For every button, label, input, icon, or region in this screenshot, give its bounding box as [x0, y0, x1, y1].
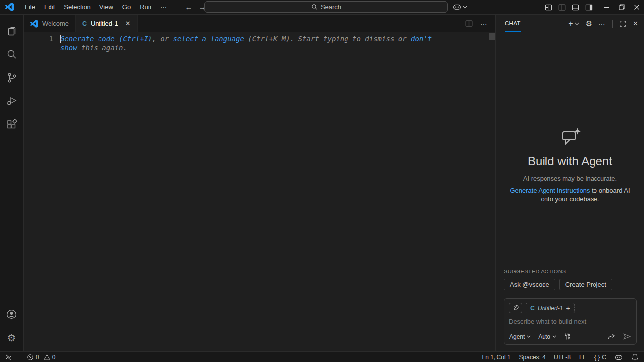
- chevron-down-icon: [527, 335, 531, 338]
- workbench: ⚙ Welcome C Untitled-1 ✕: [0, 15, 644, 351]
- chat-more-icon[interactable]: ⋯: [598, 20, 606, 28]
- add-context-icon[interactable]: +: [566, 304, 570, 312]
- editor-actions: ⋯: [457, 15, 495, 32]
- plus-icon: +: [568, 20, 573, 28]
- configure-tools-icon[interactable]: [564, 333, 571, 340]
- copilot-menu-button[interactable]: [453, 1, 467, 13]
- account-icon[interactable]: [0, 303, 24, 326]
- chat-onboard-text: Generate Agent Instructions to onboard A…: [505, 186, 635, 203]
- menu-more-button[interactable]: ⋯: [156, 0, 171, 14]
- tab-untitled-1[interactable]: C Untitled-1 ✕: [76, 15, 138, 32]
- more-actions-icon[interactable]: ⋯: [480, 20, 488, 28]
- cursor-position[interactable]: Ln 1, Col 1: [482, 354, 511, 361]
- voice-forward-icon[interactable]: [607, 333, 616, 340]
- activity-bar-bottom: ⚙: [0, 303, 24, 351]
- menu-item-go[interactable]: Go: [118, 0, 135, 14]
- attach-context-button[interactable]: [509, 303, 522, 313]
- editor-pane[interactable]: 1 Generate code (Ctrl+I), or select a la…: [24, 32, 495, 351]
- extensions-icon[interactable]: [0, 112, 24, 136]
- split-editor-icon[interactable]: [465, 20, 473, 27]
- toggle-primary-sidebar-icon[interactable]: [558, 4, 566, 11]
- menu-item-view[interactable]: View: [95, 0, 118, 14]
- command-center-search[interactable]: Search: [204, 1, 448, 13]
- status-bar-left: 0 0: [5, 353, 55, 361]
- chat-settings-gear-icon[interactable]: ⚙: [586, 20, 592, 27]
- minimize-button[interactable]: [599, 0, 614, 15]
- chat-send-area: [607, 333, 631, 340]
- customize-layout-icon[interactable]: [545, 4, 552, 11]
- language-mode[interactable]: { } C: [594, 354, 606, 361]
- close-window-button[interactable]: [629, 0, 644, 15]
- warning-icon: [43, 354, 50, 361]
- eol-sequence[interactable]: LF: [579, 354, 586, 361]
- chat-header-actions: + ⚙ ⋯ ✕: [568, 20, 638, 28]
- suggested-actions: Ask @vscode Create Project: [504, 279, 637, 290]
- search-sidebar-icon[interactable]: [0, 43, 24, 66]
- hint-select-language-link[interactable]: select a language: [173, 35, 244, 43]
- suggested-actions-label: SUGGESTED ACTIONS: [504, 269, 637, 274]
- model-picker-dropdown[interactable]: Auto: [538, 333, 556, 340]
- menu-item-edit[interactable]: Edit: [40, 0, 59, 14]
- ask-vscode-button[interactable]: Ask @vscode: [504, 279, 555, 290]
- mode-picker-dropdown[interactable]: Agent: [509, 333, 531, 340]
- chat-empty-heading: Build with Agent: [528, 154, 612, 168]
- notifications-bell-icon[interactable]: [631, 353, 639, 361]
- source-control-icon[interactable]: [0, 66, 24, 89]
- editor-hint-line-1: Generate code (Ctrl+I), or select a lang…: [60, 34, 432, 44]
- tab-close-icon[interactable]: ✕: [125, 20, 131, 27]
- editor-scrollbar[interactable]: [489, 33, 495, 40]
- create-project-button[interactable]: Create Project: [559, 279, 612, 290]
- problems-indicator[interactable]: 0 0: [27, 354, 55, 361]
- warning-count: 0: [52, 354, 56, 361]
- restore-button[interactable]: [614, 0, 629, 15]
- hint-generate-code-link[interactable]: Generate code (Ctrl+I): [60, 35, 152, 43]
- tab-chat[interactable]: CHAT: [505, 15, 521, 32]
- hint-dont-show-link[interactable]: show: [60, 44, 77, 52]
- go-back-button[interactable]: ←: [184, 3, 193, 11]
- chevron-down-icon: [575, 22, 579, 25]
- chat-input-placeholder[interactable]: Describe what to build next: [509, 318, 632, 325]
- tab-label: Untitled-1: [91, 20, 118, 27]
- send-icon[interactable]: [623, 333, 631, 340]
- remote-indicator-icon[interactable]: [5, 353, 12, 361]
- history-nav: ← →: [184, 3, 207, 11]
- copilot-icon: [453, 3, 461, 11]
- explorer-icon[interactable]: [0, 19, 24, 43]
- toggle-panel-icon[interactable]: [572, 4, 579, 11]
- hint-dont-show-link[interactable]: don't: [411, 35, 432, 43]
- close-chat-icon[interactable]: ✕: [633, 20, 638, 27]
- tab-bar: Welcome C Untitled-1 ✕ ⋯: [24, 15, 495, 32]
- tab-welcome[interactable]: Welcome: [24, 15, 76, 32]
- menu-item-file[interactable]: File: [20, 0, 40, 14]
- language-label: C: [602, 354, 606, 361]
- chat-panel-header: CHAT + ⚙ ⋯ ✕: [496, 15, 644, 32]
- chat-sparkle-icon: [559, 127, 581, 147]
- line-number: 1: [24, 34, 53, 44]
- toggle-secondary-sidebar-icon[interactable]: [585, 4, 593, 11]
- divider: [612, 20, 613, 28]
- tab-label: Welcome: [42, 20, 69, 27]
- run-and-debug-icon[interactable]: [0, 89, 24, 112]
- search-icon: [311, 4, 318, 10]
- chat-context-row: C Untitled-1 +: [509, 303, 632, 313]
- settings-gear-icon[interactable]: ⚙: [0, 326, 24, 349]
- encoding[interactable]: UTF-8: [554, 354, 571, 361]
- vscode-logo-icon: [5, 3, 14, 11]
- new-chat-button[interactable]: +: [568, 20, 579, 28]
- chat-disclaimer: AI responses may be inaccurate.: [523, 175, 617, 182]
- chat-input-box[interactable]: C Untitled-1 + Describe what to build ne…: [504, 298, 637, 345]
- paperclip-icon: [512, 305, 519, 311]
- copilot-status-icon[interactable]: [615, 353, 623, 361]
- indentation[interactable]: Spaces: 4: [519, 354, 545, 361]
- chat-panel: CHAT + ⚙ ⋯ ✕: [495, 15, 644, 351]
- menu-item-run[interactable]: Run: [135, 0, 156, 14]
- c-language-icon: C: [530, 305, 535, 312]
- context-file-chip[interactable]: C Untitled-1 +: [526, 303, 575, 313]
- generate-agent-instructions-link[interactable]: Generate Agent Instructions: [510, 187, 590, 194]
- menu-bar: File Edit Selection View Go Run ⋯: [20, 0, 171, 14]
- menu-item-selection[interactable]: Selection: [59, 0, 95, 14]
- editor-group: Welcome C Untitled-1 ✕ ⋯ 1 Generate code: [24, 15, 495, 351]
- chevron-down-icon: [463, 6, 467, 9]
- expand-chat-icon[interactable]: [619, 20, 626, 27]
- editor-hint-line-2: show this again.: [60, 44, 127, 53]
